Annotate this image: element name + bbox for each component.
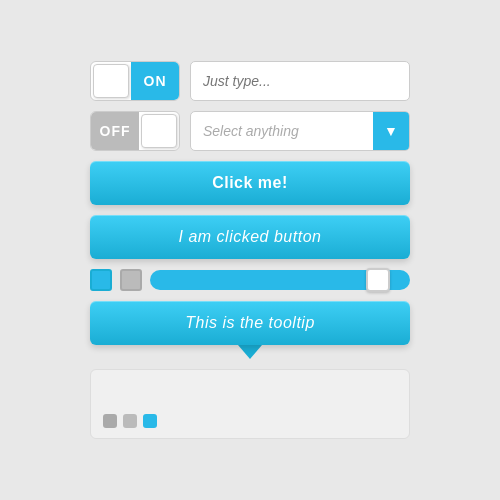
tooltip-wrapper: This is the tooltip	[90, 301, 410, 359]
toggle-on-switch[interactable]: ON	[90, 61, 180, 101]
dot-gray1	[103, 414, 117, 428]
select-wrapper[interactable]: Select anything ▼	[190, 111, 410, 151]
clicked-button[interactable]: I am clicked button	[90, 215, 410, 259]
slider-knob[interactable]	[366, 268, 390, 292]
dot-gray2	[123, 414, 137, 428]
click-me-button[interactable]: Click me!	[90, 161, 410, 205]
bottom-panel	[90, 369, 410, 439]
row-toggle-on: ON	[90, 61, 410, 101]
toggle-off-label: OFF	[91, 112, 139, 150]
toggle-off-knob	[141, 114, 177, 148]
select-placeholder: Select anything	[191, 112, 373, 150]
toggle-off-switch[interactable]: OFF	[90, 111, 180, 151]
row-toggle-off: OFF Select anything ▼	[90, 111, 410, 151]
toggle-on-label: ON	[131, 62, 179, 100]
slider-track[interactable]	[150, 270, 410, 290]
toggle-on-knob	[93, 64, 129, 98]
dot-blue	[143, 414, 157, 428]
tooltip-arrow	[238, 345, 262, 359]
main-container: ON OFF Select anything ▼ Click me! I am …	[90, 61, 410, 439]
checkbox-blue[interactable]	[90, 269, 112, 291]
text-input[interactable]	[190, 61, 410, 101]
checkbox-gray[interactable]	[120, 269, 142, 291]
tooltip-button[interactable]: This is the tooltip	[90, 301, 410, 345]
slider-row	[90, 269, 410, 291]
select-arrow-icon[interactable]: ▼	[373, 112, 409, 150]
